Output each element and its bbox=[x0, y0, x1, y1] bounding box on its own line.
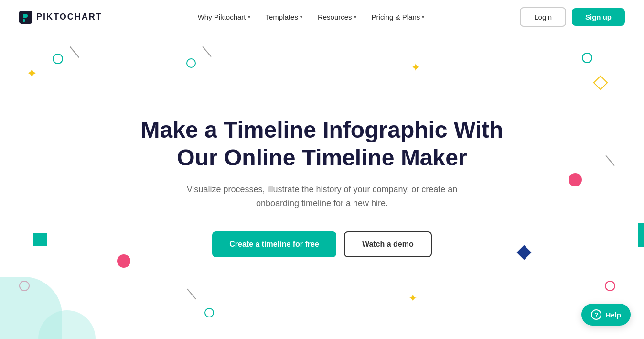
nav-item-resources[interactable]: Resources ▾ bbox=[311, 9, 363, 25]
nav-links: Why Piktochart ▾ Templates ▾ Resources ▾… bbox=[191, 9, 431, 25]
star-decoration-center: ✦ bbox=[411, 61, 420, 74]
blob-teal-corner bbox=[0, 277, 62, 339]
chevron-down-icon: ▾ bbox=[354, 14, 356, 20]
nav-item-why[interactable]: Why Piktochart ▾ bbox=[191, 9, 257, 25]
circle-outline-bottom-left bbox=[19, 281, 30, 291]
line-decoration-tc bbox=[202, 46, 212, 57]
circle-decoration-tl bbox=[53, 54, 63, 64]
dot-pink-left bbox=[117, 254, 130, 268]
semi-teal-bottom bbox=[38, 310, 96, 339]
hero-title: Make a Timeline Infographic With Our Onl… bbox=[136, 116, 508, 171]
rectangle-teal-right bbox=[638, 223, 644, 247]
circle-decoration-bcl bbox=[204, 308, 214, 317]
nav-pricing-label: Pricing & Plans bbox=[372, 13, 420, 21]
dot-pink-right bbox=[569, 173, 582, 186]
help-circle-icon: ? bbox=[591, 309, 601, 320]
create-timeline-button[interactable]: Create a timeline for free bbox=[212, 231, 336, 257]
logo-text: PIKTOCHART bbox=[36, 12, 102, 22]
diamond-navy bbox=[516, 245, 531, 260]
login-button[interactable]: Login bbox=[520, 7, 566, 27]
diamond-decoration-tr bbox=[593, 75, 608, 90]
help-button[interactable]: ? Help bbox=[581, 304, 631, 326]
nav-why-label: Why Piktochart bbox=[198, 13, 246, 21]
nav-templates-label: Templates bbox=[266, 13, 298, 21]
hero-section: ✦ ✦ ✦ Make a Timeline Infographic With O… bbox=[0, 34, 644, 339]
nav-item-pricing[interactable]: Pricing & Plans ▾ bbox=[365, 9, 431, 25]
nav-item-templates[interactable]: Templates ▾ bbox=[259, 9, 309, 25]
circle-outline-bottom-right bbox=[605, 281, 615, 291]
hero-subtitle: Visualize processes, illustrate the hist… bbox=[179, 183, 465, 210]
hero-buttons: Create a timeline for free Watch a demo bbox=[212, 231, 432, 257]
line-decoration-tl bbox=[70, 46, 80, 58]
svg-rect-1 bbox=[23, 19, 25, 22]
chevron-down-icon: ▾ bbox=[300, 14, 302, 20]
chevron-down-icon: ▾ bbox=[248, 14, 250, 20]
signup-button[interactable]: Sign up bbox=[572, 8, 625, 26]
line-decoration-mid-right bbox=[605, 155, 615, 166]
logo-icon bbox=[19, 11, 32, 24]
watch-demo-button[interactable]: Watch a demo bbox=[344, 231, 432, 257]
logo[interactable]: PIKTOCHART bbox=[19, 11, 102, 24]
star-decoration-bottom: ✦ bbox=[408, 292, 417, 305]
circle-decoration-tr bbox=[582, 53, 592, 63]
navbar: PIKTOCHART Why Piktochart ▾ Templates ▾ … bbox=[0, 0, 644, 34]
square-teal-left bbox=[33, 233, 47, 246]
nav-actions: Login Sign up bbox=[520, 7, 625, 27]
help-label: Help bbox=[605, 311, 621, 319]
sparkle-decoration: ✦ bbox=[26, 66, 37, 81]
chevron-down-icon: ▾ bbox=[422, 14, 424, 20]
circle-decoration-tc bbox=[186, 58, 196, 68]
line-decoration-bcl bbox=[187, 289, 196, 300]
nav-resources-label: Resources bbox=[318, 13, 352, 21]
